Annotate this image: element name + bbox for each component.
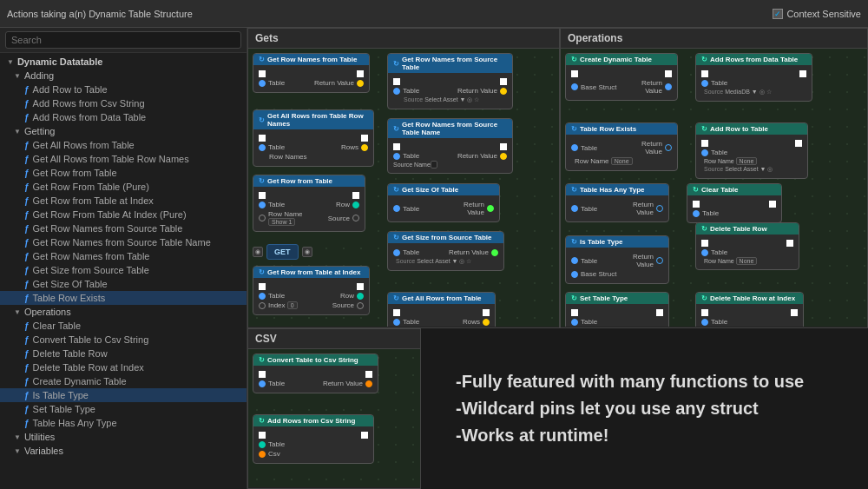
- csv-panel: CSV ↻ Convert Table to Csv String: [247, 328, 421, 489]
- operations-panel-title: Operations: [561, 29, 867, 49]
- node-delete-table-row-index[interactable]: ↻ Delete Table Row at Index Table Index …: [695, 292, 804, 327]
- item-add-row-to-table[interactable]: ƒAdd Row to Table: [0, 83, 247, 96]
- item-get-row-index-pure[interactable]: ƒGet Row From Table At Index (Pure): [0, 208, 247, 221]
- item-create-dynamic[interactable]: ƒCreate Dynamic Table: [0, 374, 247, 388]
- node-create-dynamic-table[interactable]: ↻ Create Dynamic Table Base StructReturn…: [565, 53, 678, 101]
- item-convert-csv[interactable]: ƒConvert Table to Csv String: [0, 333, 247, 347]
- item-get-row[interactable]: ƒGet Row from Table: [0, 166, 247, 180]
- top-bar: Actions taking a(n) Dynamic Table Struct…: [0, 0, 868, 28]
- node-get-row-names-source[interactable]: ↻ Get Row Names from Source Table TableR…: [387, 53, 513, 109]
- node-get-all-rows-names[interactable]: ↻ Get All Rows from Table Row Names Tabl…: [253, 109, 374, 167]
- item-clear-table[interactable]: ƒClear Table: [0, 319, 247, 333]
- operations-panel: Operations ↻ Create Dynamic Table: [560, 28, 868, 328]
- context-sensitive-container: Context Sensitive: [773, 9, 861, 19]
- node-add-rows-data-table[interactable]: ↻ Add Rows from Data Table Table Source …: [695, 53, 812, 102]
- item-add-rows-data-table[interactable]: ƒAdd Rows from Data Table: [0, 110, 247, 124]
- search-bar: [0, 28, 247, 53]
- node-get-row-table[interactable]: ↻ Get Row from Table TableRow Row Name S…: [253, 175, 365, 232]
- node-add-row-to-table[interactable]: ↻ Add Row to Table Table Row Name None S…: [695, 122, 808, 179]
- features-panel: -Fully featured with many functions to u…: [421, 328, 868, 489]
- feature-2: -Wildcard pins let you use any struct: [456, 399, 833, 419]
- item-get-row-names-source[interactable]: ƒGet Row Names from Source Table: [0, 221, 247, 235]
- category-dynamic-datatable[interactable]: Dynamic Datatable: [0, 55, 247, 69]
- tree-section: Dynamic Datatable Adding ƒAdd Row to Tab…: [0, 53, 247, 459]
- top-panels: Gets ↻ Get Row Names from Table: [247, 28, 868, 328]
- node-is-table-type[interactable]: ↻ Is Table Type TableReturn Value Base S…: [565, 235, 669, 284]
- node-get-size-of-table[interactable]: ↻ Get Size Of Table TableReturn Value: [387, 183, 500, 222]
- item-add-rows-csv[interactable]: ƒAdd Rows from Csv String: [0, 96, 247, 110]
- item-table-has-any[interactable]: ƒTable Has Any Type: [0, 416, 247, 430]
- item-set-table-type[interactable]: ƒSet Table Type: [0, 402, 247, 416]
- node-get-row-names-source-name[interactable]: ↻ Get Row Names from Source Table Name T…: [387, 118, 513, 174]
- item-get-all-rows[interactable]: ƒGet All Rows from Table: [0, 138, 247, 152]
- item-get-row-pure[interactable]: ƒGet Row From Table (Pure): [0, 180, 247, 194]
- subcategory-utilities[interactable]: Utilities: [0, 430, 247, 444]
- item-get-row-index[interactable]: ƒGet Row from Table at Index: [0, 194, 247, 208]
- item-get-size-source[interactable]: ƒGet Size from Source Table: [0, 263, 247, 277]
- bottom-panels: CSV ↻ Convert Table to Csv String: [247, 328, 868, 489]
- node-table-row-exists[interactable]: ↻ Table Row Exists TableReturn Value Row…: [565, 122, 678, 171]
- search-input[interactable]: [5, 31, 241, 49]
- right-area: Gets ↻ Get Row Names from Table: [247, 28, 868, 489]
- node-get-all-rows[interactable]: ↻ Get All Rows from Table TableRows: [387, 292, 496, 327]
- get-badge-1: ◉ GET ◉: [253, 244, 312, 260]
- csv-graph[interactable]: ↻ Convert Table to Csv String TableRetur…: [248, 349, 420, 487]
- node-convert-csv[interactable]: ↻ Convert Table to Csv String TableRetur…: [253, 354, 378, 393]
- gets-panel-title: Gets: [248, 29, 559, 49]
- node-get-row-names-table[interactable]: ↻ Get Row Names from Table TableReturn V…: [253, 53, 370, 93]
- subcategory-variables[interactable]: Variables: [0, 444, 247, 458]
- feature-3: -Works at runtime!: [456, 426, 833, 446]
- subcategory-operations[interactable]: Operations: [0, 305, 247, 319]
- gets-graph[interactable]: ↻ Get Row Names from Table TableReturn V…: [248, 49, 559, 327]
- subcategory-adding[interactable]: Adding: [0, 69, 247, 83]
- item-table-row-exists[interactable]: ƒTable Row Exists: [0, 291, 247, 305]
- item-get-row-names-source-name[interactable]: ƒGet Row Names from Source Table Name: [0, 235, 247, 249]
- item-delete-row[interactable]: ƒDelete Table Row: [0, 347, 247, 360]
- main-layout: Dynamic Datatable Adding ƒAdd Row to Tab…: [0, 28, 868, 489]
- gets-panel: Gets ↻ Get Row Names from Table: [247, 28, 560, 328]
- node-set-table-type[interactable]: ↻ Set Table Type Table Base Struct: [565, 292, 669, 327]
- node-clear-table[interactable]: ↻ Clear Table Table: [687, 183, 782, 223]
- item-delete-row-index[interactable]: ƒDelete Table Row at Index: [0, 360, 247, 374]
- node-get-row-index[interactable]: ↻ Get Row from Table at Index TableRow I…: [253, 266, 370, 315]
- item-get-size[interactable]: ƒGet Size Of Table: [0, 277, 247, 291]
- subcategory-getting[interactable]: Getting: [0, 124, 247, 138]
- node-add-rows-csv[interactable]: ↻ Add Rows from Csv String Table Csv: [253, 414, 374, 464]
- item-get-all-rows-names[interactable]: ƒGet All Rows from Table Row Names: [0, 152, 247, 166]
- context-sensitive-checkbox[interactable]: [773, 9, 783, 19]
- canvas-area: Gets ↻ Get Row Names from Table: [247, 28, 868, 489]
- top-bar-title: Actions taking a(n) Dynamic Table Struct…: [7, 9, 193, 19]
- left-panel: Dynamic Datatable Adding ƒAdd Row to Tab…: [0, 28, 247, 489]
- item-is-table-type[interactable]: ƒIs Table Type: [0, 388, 247, 402]
- feature-1: -Fully featured with many functions to u…: [456, 372, 833, 392]
- node-get-size-source[interactable]: ↻ Get Size from Source Table TableReturn…: [387, 231, 504, 271]
- node-table-has-any-type[interactable]: ↻ Table Has Any Type TableReturn Value: [565, 183, 669, 222]
- node-panels: Gets ↻ Get Row Names from Table: [247, 28, 868, 489]
- operations-graph[interactable]: ↻ Create Dynamic Table Base StructReturn…: [561, 49, 867, 327]
- csv-panel-title: CSV: [248, 329, 420, 349]
- context-sensitive-label: Context Sensitive: [786, 9, 861, 19]
- node-delete-table-row[interactable]: ↻ Delete Table Row Table Row Name None: [695, 222, 799, 270]
- item-get-row-names[interactable]: ƒGet Row Names from Table: [0, 249, 247, 263]
